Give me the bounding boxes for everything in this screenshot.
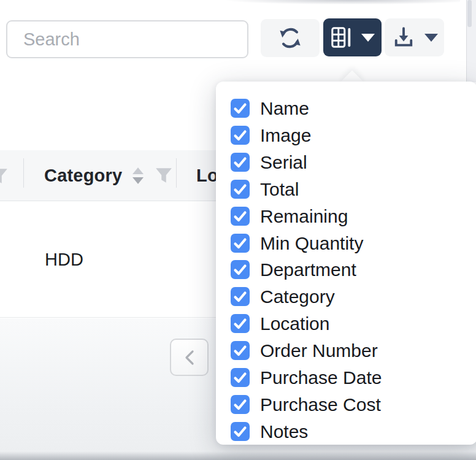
checkbox-checked[interactable]	[231, 395, 250, 414]
checkbox-checked[interactable]	[231, 126, 250, 145]
column-menu-item[interactable]: Purchase Date	[231, 364, 476, 391]
column-menu-item[interactable]: Image	[231, 122, 476, 149]
column-menu-item-label: Department	[260, 260, 356, 279]
previous-page-button[interactable]	[170, 339, 209, 376]
column-menu-item-label: Min Quantity	[260, 234, 363, 253]
sort-down-arrow-icon	[132, 177, 144, 184]
checkmark-icon	[231, 395, 250, 414]
caret-down-icon	[424, 34, 438, 42]
download-icon	[391, 25, 416, 50]
table-columns-icon	[330, 26, 353, 49]
checkmark-icon	[231, 180, 250, 199]
checkbox-checked[interactable]	[231, 314, 250, 333]
checkbox-checked[interactable]	[231, 287, 250, 306]
checkmark-icon	[231, 368, 250, 387]
column-header-category[interactable]: Category	[44, 150, 173, 201]
column-menu-item-label: Image	[260, 126, 311, 145]
checkmark-icon	[231, 207, 250, 226]
vertical-scrollbar-track[interactable]	[466, 0, 476, 82]
checkbox-checked[interactable]	[231, 341, 250, 360]
checkbox-checked[interactable]	[231, 368, 250, 387]
column-menu-item-label: Remaining	[260, 207, 348, 226]
column-menu-item-label: Notes	[260, 422, 308, 441]
chevron-left-icon	[182, 349, 197, 366]
column-menu-item[interactable]: Min Quantity	[231, 229, 476, 256]
checkbox-checked[interactable]	[231, 153, 250, 172]
checkmark-icon	[231, 260, 250, 279]
column-menu-item[interactable]: Notes	[231, 418, 476, 445]
filter-icon[interactable]	[155, 166, 173, 185]
checkbox-checked[interactable]	[231, 422, 250, 441]
column-menu-item-label: Purchase Date	[260, 368, 382, 387]
checkmark-icon	[231, 234, 250, 253]
column-menu-item-label: Total	[260, 180, 299, 199]
column-menu-item[interactable]: Purchase Cost	[231, 391, 476, 418]
column-menu-item-label: Category	[260, 287, 335, 306]
column-menu-item[interactable]: Order Number	[231, 337, 476, 364]
refresh-icon	[277, 25, 303, 51]
checkmark-icon	[231, 153, 250, 172]
checkmark-icon	[231, 341, 250, 360]
checkmark-icon	[231, 126, 250, 145]
column-separator	[23, 158, 24, 188]
column-menu-item[interactable]: Remaining	[231, 202, 476, 229]
vertical-scrollbar-thumb[interactable]	[467, 0, 472, 27]
column-visibility-menu: Name Image Serial	[216, 82, 476, 445]
checkmark-icon	[231, 287, 250, 306]
column-menu-item-label: Order Number	[260, 341, 378, 360]
column-menu-item[interactable]: Total	[231, 176, 476, 203]
checkmark-icon	[231, 422, 250, 441]
column-menu-item-label: Location	[260, 314, 329, 333]
inventory-page: Category Location HDD	[0, 0, 476, 460]
column-menu-item[interactable]: Location	[231, 310, 476, 337]
bottom-edge-shadow	[0, 451, 476, 460]
search-input[interactable]	[6, 20, 248, 58]
column-menu-item-label: Serial	[260, 153, 307, 172]
export-button[interactable]	[385, 18, 444, 56]
column-menu-item-label: Purchase Cost	[260, 395, 381, 414]
checkmark-icon	[231, 99, 250, 118]
caret-down-icon	[361, 34, 375, 42]
category-cell: HDD	[45, 201, 83, 318]
column-menu-item[interactable]: Name	[231, 95, 476, 122]
checkbox-checked[interactable]	[231, 207, 250, 226]
checkbox-checked[interactable]	[231, 260, 250, 279]
column-menu-item[interactable]: Serial	[231, 149, 476, 176]
checkmark-icon	[231, 314, 250, 333]
column-separator	[176, 158, 177, 188]
column-menu-item[interactable]: Category	[231, 283, 476, 310]
column-menu-item[interactable]: Department	[231, 256, 476, 283]
filter-icon[interactable]	[0, 167, 9, 185]
checkbox-checked[interactable]	[231, 180, 250, 199]
checkbox-checked[interactable]	[231, 99, 250, 118]
top-edge-shadow	[200, 0, 460, 6]
sort-up-arrow-icon	[132, 167, 144, 174]
column-menu-item-label: Name	[260, 99, 309, 118]
column-header-label: Category	[44, 166, 122, 186]
sort-icon[interactable]	[132, 167, 144, 184]
checkbox-checked[interactable]	[231, 234, 250, 253]
refresh-button[interactable]	[261, 19, 320, 57]
column-visibility-button[interactable]	[323, 18, 382, 56]
